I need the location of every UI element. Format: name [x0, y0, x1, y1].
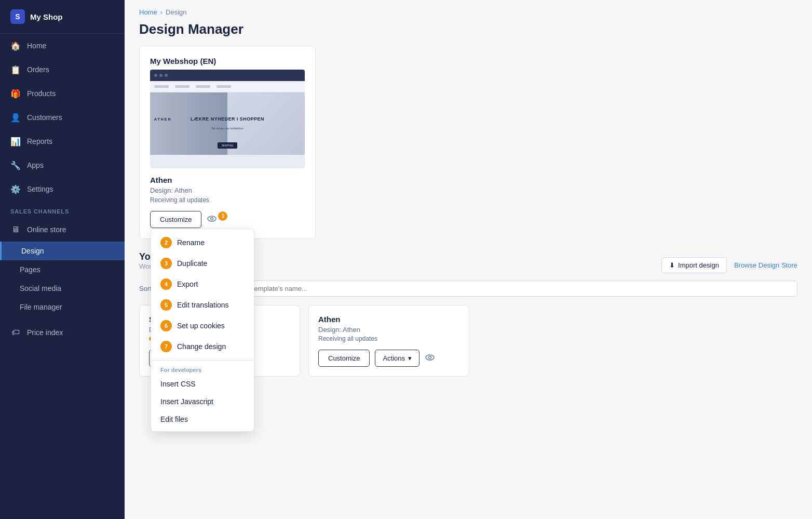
dropdown-item-edit-translations[interactable]: 5 Edit translations	[151, 295, 254, 315]
svg-point-0	[208, 216, 216, 221]
badge-cookies: 6	[160, 320, 172, 331]
import-icon: ⬇	[669, 261, 675, 269]
customize-button[interactable]: Customize	[150, 211, 201, 228]
card-updates: Receiving all updates	[150, 196, 305, 204]
dropdown-label-edit-translations: Edit translations	[177, 301, 229, 309]
breadcrumb-home[interactable]: Home	[139, 8, 157, 16]
template-card-athen: Athen Design: Athen Receiving all update…	[308, 305, 469, 377]
search-input[interactable]	[212, 281, 797, 297]
store-icon: 🖥	[10, 224, 21, 235]
dropdown-item-insert-js[interactable]: Insert Javascript	[151, 393, 254, 410]
sidebar: S My Shop 🏠 Home 📋 Orders 🎁 Products 👤 C…	[0, 0, 125, 519]
products-icon: 🎁	[10, 88, 21, 99]
preview-logo: ATHEN	[154, 117, 172, 121]
preview-nav-item-2	[196, 85, 210, 88]
dropdown-item-duplicate[interactable]: 3 Duplicate	[151, 253, 254, 274]
eye-icon-athen[interactable]	[425, 352, 435, 365]
dropdown-item-insert-css[interactable]: Insert CSS	[151, 375, 254, 393]
chevron-down-icon: ▾	[408, 354, 412, 362]
file-manager-label: File manager	[20, 303, 62, 311]
preview-nav-logo	[154, 85, 169, 88]
sidebar-channel-label: Online store	[27, 225, 66, 234]
badge-change-design: 7	[160, 341, 172, 352]
preview-nav-item-3	[216, 85, 231, 88]
card-name-athen: Athen	[318, 315, 459, 324]
pages-label: Pages	[20, 265, 40, 274]
receiving-label-athen: Receiving all updates	[318, 335, 377, 342]
sales-channels-label: SALES CHANNELS	[0, 201, 125, 218]
preview-dot-1	[154, 74, 157, 77]
customers-icon: 👤	[10, 112, 21, 123]
import-label: Import design	[678, 261, 719, 269]
dropdown-item-export[interactable]: 4 Export	[151, 274, 254, 295]
dropdown-label-cookies: Set up cookies	[177, 322, 225, 330]
active-template-title: My Webshop (EN)	[150, 57, 305, 65]
sidebar-item-settings[interactable]: ⚙️ Settings	[0, 177, 125, 201]
eye-badge: 1	[218, 211, 227, 221]
settings-icon: ⚙️	[10, 184, 21, 194]
dropdown-label-export: Export	[177, 280, 198, 288]
card-actions: Customize 1	[150, 211, 305, 228]
dropdown-item-edit-files[interactable]: Edit files	[151, 410, 254, 428]
social-media-label: Social media	[20, 284, 61, 292]
reports-icon: 📊	[10, 136, 21, 147]
browse-design-store-link[interactable]: Browse Design Store	[734, 261, 797, 269]
actions-button-athen[interactable]: Actions ▾	[375, 350, 419, 367]
sidebar-item-pages[interactable]: Pages	[0, 260, 125, 279]
sidebar-item-label: Orders	[27, 65, 49, 74]
design-section: My Webshop (EN) ATHEN	[125, 46, 812, 239]
sidebar-item-orders[interactable]: 📋 Orders	[0, 58, 125, 82]
preview-nav-item-1	[175, 85, 190, 88]
breadcrumb-sep: ›	[160, 8, 163, 16]
header-actions: ⬇ Import design Browse Design Store	[661, 257, 797, 273]
sidebar-item-social-media[interactable]: Social media	[0, 279, 125, 298]
dropdown-label-insert-css: Insert CSS	[160, 380, 196, 388]
sidebar-item-label: Settings	[27, 185, 53, 193]
card-theme-name: Athen	[150, 176, 305, 184]
sidebar-item-apps[interactable]: 🔧 Apps	[0, 153, 125, 177]
preview-hero-text: LÆKRE NYHEDER I SHOPPEN	[191, 116, 264, 122]
price-index-icon: 🏷	[10, 327, 21, 338]
page-title: Design Manager	[125, 18, 812, 46]
eye-icon[interactable]	[207, 214, 217, 226]
sidebar-item-label: Apps	[27, 161, 44, 169]
dropdown-item-change-design[interactable]: 7 Change design	[151, 336, 254, 357]
badge-export: 4	[160, 278, 172, 290]
preview-dot-3	[165, 74, 168, 77]
template-preview: ATHEN LÆKRE NYHEDER I SHOPPEN Se vores n…	[150, 70, 305, 168]
dropdown-item-cookies[interactable]: 6 Set up cookies	[151, 315, 254, 336]
sidebar-item-customers[interactable]: 👤 Customers	[0, 105, 125, 129]
card-actions-athen: Customize Actions ▾	[318, 350, 459, 367]
preview-dot-2	[159, 74, 163, 77]
sidebar-item-file-manager[interactable]: File manager	[0, 298, 125, 316]
sidebar-item-label: Customers	[27, 113, 62, 122]
import-design-button[interactable]: ⬇ Import design	[661, 257, 727, 273]
context-menu: 2 Rename 3 Duplicate 4 Export 5 Edit tra…	[151, 229, 254, 432]
preview-hero: ATHEN LÆKRE NYHEDER I SHOPPEN Se vores n…	[150, 92, 305, 155]
customize-button-athen[interactable]: Customize	[318, 350, 370, 367]
dropdown-label-rename: Rename	[177, 238, 205, 247]
sidebar-logo: S My Shop	[0, 0, 125, 34]
apps-icon: 🔧	[10, 160, 21, 170]
breadcrumb-current: Design	[166, 8, 186, 16]
dropdown-item-rename[interactable]: 2 Rename	[151, 232, 254, 253]
sidebar-item-online-store[interactable]: 🖥 Online store	[0, 218, 125, 242]
sidebar-item-products[interactable]: 🎁 Products	[0, 82, 125, 105]
sidebar-item-label: Products	[27, 89, 56, 98]
svg-point-4	[426, 355, 434, 360]
dropdown-label-change-design: Change design	[177, 342, 226, 351]
card-updates-athen: Receiving all updates	[318, 335, 459, 342]
badge-duplicate: 3	[160, 258, 172, 269]
sidebar-item-home[interactable]: 🏠 Home	[0, 34, 125, 58]
sidebar-item-reports[interactable]: 📊 Reports	[0, 129, 125, 153]
actions-label-athen: Actions	[383, 354, 405, 362]
dropdown-label-duplicate: Duplicate	[177, 259, 207, 268]
svg-point-5	[429, 356, 431, 358]
sidebar-item-price-index[interactable]: 🏷 Price index	[0, 321, 125, 344]
preview-hero-btn: SHOP NU	[218, 142, 238, 149]
sidebar-item-design[interactable]: Design	[0, 242, 125, 260]
svg-point-1	[211, 217, 213, 220]
price-index-label: Price index	[27, 328, 63, 337]
active-template-card: My Webshop (EN) ATHEN	[139, 46, 316, 239]
dropdown-label-edit-files: Edit files	[160, 415, 188, 423]
